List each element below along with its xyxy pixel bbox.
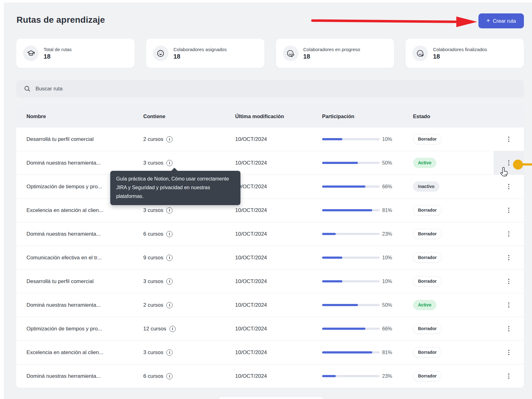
table-row: Desarrollá tu perfil comercial 2 cursos … (16, 127, 524, 151)
search-placeholder: Buscar ruta (36, 86, 63, 92)
stat-value: 18 (303, 53, 360, 60)
info-icon[interactable]: i (166, 302, 173, 308)
orange-callout-dot (513, 160, 523, 170)
status-badge: Borrador (413, 371, 442, 381)
status-badge: Borrador (413, 252, 442, 263)
info-icon[interactable]: i (166, 160, 173, 166)
progress-bar (322, 375, 380, 377)
table-body: Desarrollá tu perfil comercial 2 cursos … (16, 127, 524, 388)
table-row: Dominá nuestras herramienta... 3 cursos … (16, 151, 524, 175)
route-name: Desarrollá tu perfil comercial (16, 278, 143, 285)
search-input[interactable]: Buscar ruta (16, 80, 524, 98)
table-row: Optimización de tiempos y pro... 12 curs… (16, 317, 524, 340)
kebab-menu-button[interactable] (505, 347, 513, 358)
kebab-menu-button[interactable] (505, 134, 513, 144)
route-name: Dominá nuestras herramienta... (16, 231, 143, 237)
progress-bar-fill (322, 162, 358, 164)
info-icon[interactable]: i (166, 278, 173, 285)
table-row: Comunicación efectiva en el tr... 9 curs… (16, 246, 524, 269)
status-badge: Borrador (413, 276, 442, 286)
last-modified-date: 10/OCT/2024 (235, 184, 322, 190)
courses-count: 6 cursos (143, 231, 163, 237)
graduation-cap-icon (23, 46, 39, 61)
kebab-menu-button[interactable] (505, 276, 513, 286)
tooltip-arrow (171, 168, 178, 171)
kebab-menu-button[interactable] (505, 300, 513, 310)
courses-count: 9 cursos (143, 255, 163, 261)
routes-table: Nombre Contiene Última modificación Part… (16, 105, 524, 388)
kebab-menu-button[interactable] (505, 252, 513, 263)
progress-bar-fill (322, 304, 358, 306)
last-modified-date: 10/OCT/2024 (235, 255, 322, 261)
status-badge: Activo (413, 158, 436, 168)
progress-percent: 10% (382, 279, 396, 284)
courses-count: 12 cursos (143, 326, 166, 332)
courses-count: 3 cursos (143, 349, 163, 356)
info-icon[interactable]: i (166, 136, 173, 142)
last-modified-date: 10/OCT/2024 (235, 278, 322, 285)
progress-bar-fill (322, 185, 365, 188)
table-row: Optimización de tiempos y pro... 10/OCT/… (16, 175, 524, 198)
hand-cursor-icon (500, 166, 510, 178)
last-modified-date: 10/OCT/2024 (235, 349, 322, 356)
info-icon[interactable]: i (166, 231, 173, 237)
progress-bar (322, 304, 380, 306)
stat-value: 18 (173, 53, 227, 60)
table-header-row: Nombre Contiene Última modificación Part… (16, 105, 524, 127)
progress-bar (322, 257, 380, 259)
tooltip-text: Guía práctica de Notion, Cómo usar corre… (116, 176, 229, 199)
progress-bar-fill (322, 257, 342, 259)
stat-card-finalizados: Colaboradores finalizados 18 (406, 39, 524, 68)
progress-percent: 66% (382, 326, 396, 332)
progress-percent: 23% (382, 231, 396, 237)
stat-label: Total de rutas (44, 47, 72, 52)
smiley-pencil-icon (283, 46, 298, 61)
status-badge: Borrador (413, 347, 442, 358)
progress-bar (322, 162, 380, 164)
info-icon[interactable]: i (166, 373, 173, 379)
last-modified-date: 10/OCT/2024 (235, 160, 322, 166)
courses-count: 2 cursos (143, 302, 163, 308)
route-name: Excelencia en atención al clien... (16, 349, 143, 356)
kebab-menu-button[interactable] (505, 181, 513, 192)
progress-percent: 81% (382, 350, 396, 355)
progress-bar (322, 233, 380, 235)
stat-label: Colaboradores finalizados (433, 47, 487, 52)
progress-bar (322, 351, 380, 353)
progress-percent: 50% (382, 302, 396, 308)
stat-card-en-progreso: Colaboradores en progreso 18 (276, 39, 394, 68)
progress-bar (322, 138, 380, 140)
courses-count: 2 cursos (143, 136, 163, 142)
screenshot-stage: Rutas de aprendizaje + Crear ruta Total … (0, 0, 532, 399)
last-modified-date: 10/OCT/2024 (235, 373, 322, 379)
create-route-label: Crear ruta (493, 18, 516, 24)
kebab-menu-button[interactable] (505, 371, 513, 381)
table-row: Desarrollá tu perfil comercial 3 cursos … (16, 269, 524, 293)
route-name: Desarrollá tu perfil comercial (16, 136, 143, 142)
stat-label: Colaboradores en progreso (303, 47, 360, 52)
status-badge: Borrador (413, 134, 442, 144)
kebab-menu-button[interactable] (505, 205, 513, 215)
plus-icon: + (487, 17, 490, 24)
info-icon[interactable]: i (166, 207, 173, 214)
table-row: Dominá nuestras herramienta... 6 cursos … (16, 222, 524, 246)
pagination[interactable] (218, 396, 324, 399)
info-icon[interactable]: i (166, 349, 173, 356)
smiley-check-icon (412, 46, 428, 61)
column-header-nombre: Nombre (16, 113, 143, 119)
kebab-menu-button[interactable] (505, 229, 513, 239)
info-icon[interactable]: i (169, 326, 176, 332)
stat-value: 18 (44, 53, 72, 60)
progress-percent: 66% (382, 184, 396, 190)
info-icon[interactable]: i (166, 255, 173, 261)
courses-tooltip: Guía práctica de Notion, Cómo usar corre… (110, 171, 240, 205)
kebab-menu-button[interactable] (505, 324, 513, 334)
red-arrow-annotation (310, 16, 480, 28)
progress-bar-fill (322, 280, 342, 282)
route-name: Dominá nuestras herramienta... (16, 302, 143, 308)
last-modified-date: 10/OCT/2024 (235, 136, 322, 142)
progress-bar-fill (322, 233, 336, 235)
stats-cards: Total de rutas 18 Colaboradores asignado… (16, 39, 524, 68)
column-header-participacion: Participación (322, 113, 413, 119)
create-route-button[interactable]: + Crear ruta (478, 13, 524, 28)
